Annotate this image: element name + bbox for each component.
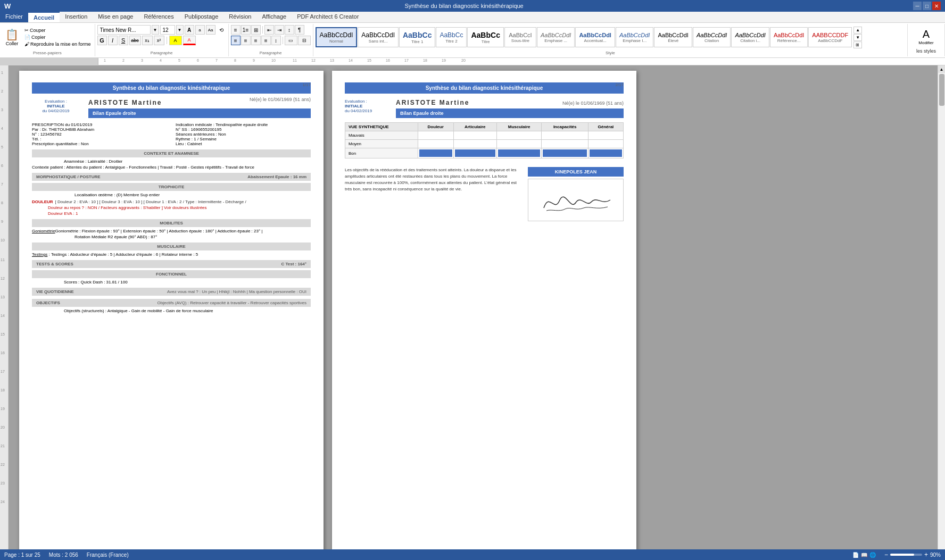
scroll-thumb[interactable] [939, 74, 944, 106]
tab-revision[interactable]: Révision [223, 12, 256, 22]
style-accentuat[interactable]: AaBbCcDdI Accentuat... [575, 27, 615, 47]
bold-btn[interactable]: G [97, 36, 107, 45]
style-titre1[interactable]: AaBbCc Titre 1 [399, 27, 435, 47]
style-emphase[interactable]: AaBbCcDdI Emphase ... [537, 27, 575, 47]
app-icon: W [4, 2, 11, 10]
zoom-bar[interactable] [890, 554, 922, 556]
gonio2: Rotation Médiale R2 épaule (90° ABD) : 8… [74, 235, 311, 239]
clear-format-btn[interactable]: ⟲ [217, 25, 226, 35]
web-view-btn[interactable]: 🌐 [869, 552, 876, 558]
vs-col-incapacites: Incapacités [542, 123, 588, 131]
sort-btn[interactable]: ↕ [285, 25, 294, 35]
align-left-btn[interactable]: ≡ [231, 36, 241, 45]
section-fonctionnel: FONCTIONNEL [32, 270, 311, 278]
objectives-text: Les objectifs de la rééducation et des t… [345, 167, 519, 193]
style-scroll-up[interactable]: ▲ ▼ ⊞ [853, 27, 862, 48]
font-size-input[interactable] [160, 25, 175, 35]
clipboard-label: Presse-papiers [33, 51, 62, 55]
minimize-btn[interactable]: ─ [913, 2, 922, 10]
style-titre2[interactable]: AaBbCc Titre 2 [436, 27, 467, 47]
douleur-val: [ Douleur 2 : EVA : 10 ] [ Douleur 3 : E… [55, 199, 246, 204]
section-morpho: MORPHOSTATIQUE / POSTURE Abaissement Epa… [32, 173, 311, 181]
style-aabbcc[interactable]: AaBbCCDdF AaBbCCDdF [808, 27, 852, 47]
text-highlight-btn[interactable]: A [169, 36, 182, 45]
tab-accueil[interactable]: Accueil [28, 12, 60, 22]
decrease-indent-btn[interactable]: ⇤ [264, 25, 274, 35]
page1-num: 1/17 [302, 82, 311, 87]
close-btn[interactable]: ✕ [932, 2, 941, 10]
borders-btn[interactable]: ⊟ [298, 36, 311, 45]
show-marks-btn[interactable]: ¶ [295, 25, 304, 35]
font-color-btn[interactable]: A [183, 36, 196, 45]
modifier-btn[interactable]: A Modifier [916, 27, 935, 46]
style-eleve[interactable]: AaBbCcDdI Élevé [654, 27, 692, 47]
prescription-ss: N° SS : 1690655200195 [176, 127, 311, 132]
style-sans-int[interactable]: AaBbCcDdI Sans int... [358, 27, 399, 47]
signature-area [528, 179, 624, 221]
zoom-out-btn[interactable]: − [884, 551, 888, 558]
subscript-btn[interactable]: x₁ [142, 36, 153, 45]
superscript-btn[interactable]: x² [154, 36, 164, 45]
tab-insertion[interactable]: Insertion [60, 12, 93, 22]
prescription-num: N° : 123456782 [32, 132, 167, 137]
coller-btn[interactable]: 📋 Coller [2, 27, 22, 47]
line-spacing-btn[interactable]: ↕ [271, 36, 281, 45]
prescription-title: PRESCRIPTION du 01/01/2019 [32, 122, 167, 127]
strikethrough-btn[interactable]: abc [129, 36, 141, 45]
tab-fichier[interactable]: Fichier [0, 12, 28, 22]
clipboard-group: 📋 Coller ✂Couper 📄Copier 🖌Reproduire la … [0, 24, 95, 56]
style-label: Style [316, 51, 905, 55]
view-icons: 📄 📖 🌐 [852, 552, 876, 558]
shading-btn[interactable]: ▭ [285, 36, 297, 45]
copier-btn[interactable]: 📄Copier [23, 34, 93, 40]
style-titre[interactable]: AaBbCc Titre [467, 27, 503, 47]
section-trophi: TROPHICITE [32, 183, 311, 191]
style-citation-i[interactable]: AaBbCcDdI Citation i... [731, 27, 769, 47]
section-tests: TESTS & SCORES C Test : 164° [32, 260, 311, 268]
underline-btn[interactable]: S [119, 36, 128, 45]
tab-mise-en-page[interactable]: Mise en page [93, 12, 138, 22]
vs-label-moyen: Moyen [345, 140, 418, 148]
italic-btn[interactable]: I [108, 36, 118, 45]
font-size-dropdown[interactable]: ▼ [176, 25, 184, 35]
tab-references[interactable]: Références [138, 12, 179, 22]
style-citation[interactable]: AaBbCcDdI Citation [693, 27, 731, 47]
language[interactable]: Français (France) [87, 552, 129, 558]
reproduire-btn[interactable]: 🖌Reproduire la mise en forme [23, 41, 93, 47]
justify-btn[interactable]: ≡ [261, 36, 271, 45]
page2-bilan: Bilan Epaule droite [396, 108, 624, 118]
zoom-in-btn[interactable]: + [924, 551, 928, 558]
tab-pdf[interactable]: PDF Architect 6 Creator [292, 12, 364, 22]
page2-num: 2/17 [615, 82, 624, 87]
numbering-btn[interactable]: 1≡ [241, 25, 251, 35]
bullets-btn[interactable]: ≡ [231, 25, 241, 35]
font-name-dropdown[interactable]: ▼ [152, 25, 159, 35]
align-right-btn[interactable]: ≡ [251, 36, 261, 45]
font-decrease-btn[interactable]: a [195, 25, 205, 35]
font-increase-btn[interactable]: A [185, 25, 194, 35]
vertical-scrollbar[interactable]: ▲ ▼ [938, 65, 945, 560]
change-case-btn[interactable]: Aa [206, 25, 215, 35]
style-sous-titre[interactable]: AaBbCcI Sous-titre [504, 27, 536, 47]
align-center-btn[interactable]: ≡ [241, 36, 251, 45]
ruler-left-margin [0, 58, 98, 65]
douleur-label: DOULEUR [32, 199, 53, 204]
style-emphase-i[interactable]: AaBbCcDdI Emphase I... [616, 27, 653, 47]
tab-affichage[interactable]: Affichage [256, 12, 292, 22]
prescription-indication: Indication médicale : Tendinopathie epau… [176, 122, 311, 127]
vs-col-general: Général [588, 123, 623, 131]
couper-btn[interactable]: ✂Couper [23, 27, 93, 34]
page-1: Synthèse du bilan diagnostic kinésithéra… [19, 71, 324, 555]
tab-publipostage[interactable]: Publipostage [179, 12, 224, 22]
print-view-btn[interactable]: 📄 [852, 552, 859, 558]
maximize-btn[interactable]: □ [923, 2, 931, 10]
multilevel-btn[interactable]: ⊞ [251, 25, 261, 35]
increase-indent-btn[interactable]: ⇥ [275, 25, 284, 35]
style-reference[interactable]: AaBbCcDdI Référence... [770, 27, 808, 47]
paragraphe-group: ≡ 1≡ ⊞ ⇤ ⇥ ↕ ¶ ≡ ≡ ≡ ≡ ↕ ▭ ⊟ Paragraphe [229, 24, 313, 56]
reading-view-btn[interactable]: 📖 [861, 552, 867, 558]
font-name-input[interactable] [97, 25, 151, 35]
scroll-up-btn[interactable]: ▲ [938, 65, 946, 73]
style-normal[interactable]: AaBbCcDdI Normal [316, 27, 358, 47]
vs-header-main: VUE SYNTHETIQUE [345, 123, 418, 131]
